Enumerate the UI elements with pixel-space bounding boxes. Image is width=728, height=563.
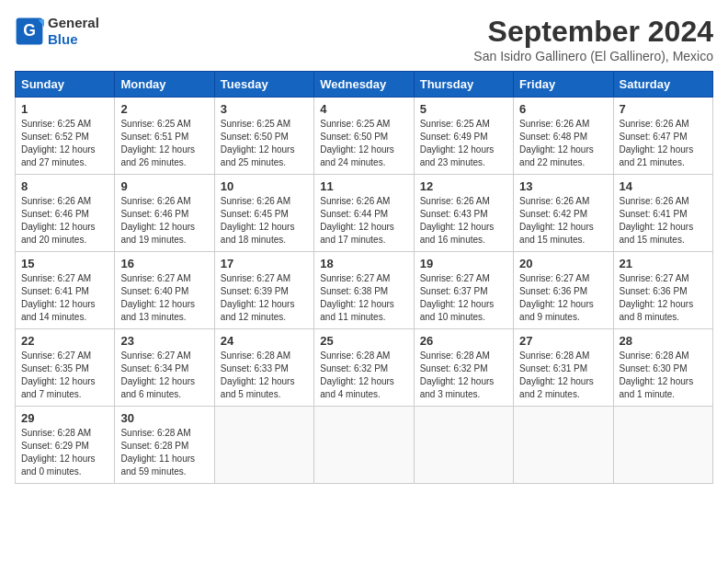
header-day-tuesday: Tuesday [214,72,313,98]
svg-text:G: G [23,21,36,40]
day-info: Sunrise: 6:27 AM Sunset: 6:37 PM Dayligh… [420,272,507,324]
day-number: 13 [519,179,607,193]
calendar-cell: 4Sunrise: 6:25 AM Sunset: 6:50 PM Daylig… [314,98,414,175]
calendar-cell [613,407,712,484]
day-info: Sunrise: 6:26 AM Sunset: 6:44 PM Dayligh… [320,195,407,247]
calendar-cell [514,407,613,484]
day-info: Sunrise: 6:26 AM Sunset: 6:46 PM Dayligh… [21,195,108,247]
day-info: Sunrise: 6:28 AM Sunset: 6:28 PM Dayligh… [120,427,208,478]
day-number: 4 [320,102,407,116]
day-info: Sunrise: 6:28 AM Sunset: 6:32 PM Dayligh… [420,350,507,401]
calendar-cell: 14Sunrise: 6:26 AM Sunset: 6:41 PM Dayli… [613,175,712,252]
day-info: Sunrise: 6:26 AM Sunset: 6:48 PM Dayligh… [519,118,607,169]
day-info: Sunrise: 6:28 AM Sunset: 6:31 PM Dayligh… [519,350,607,401]
calendar-cell: 1Sunrise: 6:25 AM Sunset: 6:52 PM Daylig… [16,98,115,175]
day-number: 9 [120,179,208,193]
day-info: Sunrise: 6:28 AM Sunset: 6:29 PM Dayligh… [21,427,108,478]
day-number: 20 [519,257,607,270]
day-number: 16 [120,257,208,270]
day-number: 7 [620,102,707,116]
day-info: Sunrise: 6:26 AM Sunset: 6:42 PM Dayligh… [519,195,607,247]
day-number: 17 [221,257,308,270]
calendar-cell: 27Sunrise: 6:28 AM Sunset: 6:31 PM Dayli… [514,329,613,407]
day-number: 6 [519,102,607,116]
month-title: September 2024 [473,15,713,49]
calendar-week-5: 29Sunrise: 6:28 AM Sunset: 6:29 PM Dayli… [16,407,713,484]
calendar-cell: 13Sunrise: 6:26 AM Sunset: 6:42 PM Dayli… [514,175,613,252]
day-number: 27 [519,334,607,348]
day-number: 1 [21,102,108,116]
calendar-cell: 10Sunrise: 6:26 AM Sunset: 6:45 PM Dayli… [214,175,313,252]
day-info: Sunrise: 6:25 AM Sunset: 6:50 PM Dayligh… [320,118,407,169]
header-day-sunday: Sunday [16,72,115,98]
day-number: 29 [21,411,108,425]
day-info: Sunrise: 6:26 AM Sunset: 6:45 PM Dayligh… [221,195,308,247]
day-number: 23 [120,334,208,348]
day-info: Sunrise: 6:28 AM Sunset: 6:30 PM Dayligh… [620,350,707,401]
day-info: Sunrise: 6:26 AM Sunset: 6:47 PM Dayligh… [620,118,707,169]
calendar-cell: 26Sunrise: 6:28 AM Sunset: 6:32 PM Dayli… [414,329,513,407]
day-number: 11 [320,179,407,193]
calendar-cell: 21Sunrise: 6:27 AM Sunset: 6:36 PM Dayli… [613,252,712,329]
calendar-cell: 18Sunrise: 6:27 AM Sunset: 6:38 PM Dayli… [314,252,414,329]
day-info: Sunrise: 6:26 AM Sunset: 6:46 PM Dayligh… [120,195,208,247]
day-number: 5 [420,102,507,116]
calendar-cell: 20Sunrise: 6:27 AM Sunset: 6:36 PM Dayli… [514,252,613,329]
calendar-cell: 5Sunrise: 6:25 AM Sunset: 6:49 PM Daylig… [414,98,513,175]
title-area: September 2024 San Isidro Gallinero (El … [473,15,713,63]
day-info: Sunrise: 6:27 AM Sunset: 6:36 PM Dayligh… [620,272,707,324]
day-info: Sunrise: 6:27 AM Sunset: 6:41 PM Dayligh… [21,272,108,324]
calendar-table: SundayMondayTuesdayWednesdayThursdayFrid… [15,71,713,484]
calendar-cell: 22Sunrise: 6:27 AM Sunset: 6:35 PM Dayli… [16,329,115,407]
day-number: 26 [420,334,507,348]
logo-blue: Blue [48,31,78,47]
day-info: Sunrise: 6:27 AM Sunset: 6:36 PM Dayligh… [519,272,607,324]
calendar-cell: 15Sunrise: 6:27 AM Sunset: 6:41 PM Dayli… [16,252,115,329]
day-number: 22 [21,334,108,348]
header-day-wednesday: Wednesday [314,72,414,98]
calendar-cell: 28Sunrise: 6:28 AM Sunset: 6:30 PM Dayli… [613,329,712,407]
day-info: Sunrise: 6:27 AM Sunset: 6:39 PM Dayligh… [221,272,308,324]
day-info: Sunrise: 6:25 AM Sunset: 6:49 PM Dayligh… [420,118,507,169]
logo-general: General [48,15,99,30]
calendar-cell: 8Sunrise: 6:26 AM Sunset: 6:46 PM Daylig… [16,175,115,252]
calendar-cell: 23Sunrise: 6:27 AM Sunset: 6:34 PM Dayli… [115,329,214,407]
day-info: Sunrise: 6:27 AM Sunset: 6:38 PM Dayligh… [320,272,407,324]
calendar-cell: 25Sunrise: 6:28 AM Sunset: 6:32 PM Dayli… [314,329,414,407]
location-title: San Isidro Gallinero (El Gallinero), Mex… [473,49,713,63]
calendar-cell: 30Sunrise: 6:28 AM Sunset: 6:28 PM Dayli… [115,407,214,484]
day-number: 3 [221,102,308,116]
calendar-header-row: SundayMondayTuesdayWednesdayThursdayFrid… [16,72,713,98]
day-number: 2 [120,102,208,116]
calendar-cell: 7Sunrise: 6:26 AM Sunset: 6:47 PM Daylig… [613,98,712,175]
calendar-cell: 17Sunrise: 6:27 AM Sunset: 6:39 PM Dayli… [214,252,313,329]
calendar-cell [214,407,313,484]
calendar-cell: 19Sunrise: 6:27 AM Sunset: 6:37 PM Dayli… [414,252,513,329]
calendar-cell: 6Sunrise: 6:26 AM Sunset: 6:48 PM Daylig… [514,98,613,175]
calendar-cell: 29Sunrise: 6:28 AM Sunset: 6:29 PM Dayli… [16,407,115,484]
header-day-friday: Friday [514,72,613,98]
day-info: Sunrise: 6:26 AM Sunset: 6:41 PM Dayligh… [620,195,707,247]
calendar-week-1: 1Sunrise: 6:25 AM Sunset: 6:52 PM Daylig… [16,98,713,175]
logo-text: General Blue [48,15,99,48]
day-number: 10 [221,179,308,193]
calendar-cell: 9Sunrise: 6:26 AM Sunset: 6:46 PM Daylig… [115,175,214,252]
day-info: Sunrise: 6:25 AM Sunset: 6:50 PM Dayligh… [221,118,308,169]
day-number: 14 [620,179,707,193]
calendar-cell: 16Sunrise: 6:27 AM Sunset: 6:40 PM Dayli… [115,252,214,329]
day-info: Sunrise: 6:28 AM Sunset: 6:32 PM Dayligh… [320,350,407,401]
calendar-week-2: 8Sunrise: 6:26 AM Sunset: 6:46 PM Daylig… [16,175,713,252]
day-number: 21 [620,257,707,270]
day-info: Sunrise: 6:27 AM Sunset: 6:35 PM Dayligh… [21,350,108,401]
calendar-cell: 2Sunrise: 6:25 AM Sunset: 6:51 PM Daylig… [115,98,214,175]
day-number: 25 [320,334,407,348]
header-day-thursday: Thursday [414,72,513,98]
calendar-cell: 11Sunrise: 6:26 AM Sunset: 6:44 PM Dayli… [314,175,414,252]
header: G General Blue September 2024 San Isidro… [15,15,713,63]
day-info: Sunrise: 6:28 AM Sunset: 6:33 PM Dayligh… [221,350,308,401]
day-number: 15 [21,257,108,270]
day-number: 12 [420,179,507,193]
calendar-cell [414,407,513,484]
day-number: 30 [120,411,208,425]
day-number: 28 [620,334,707,348]
